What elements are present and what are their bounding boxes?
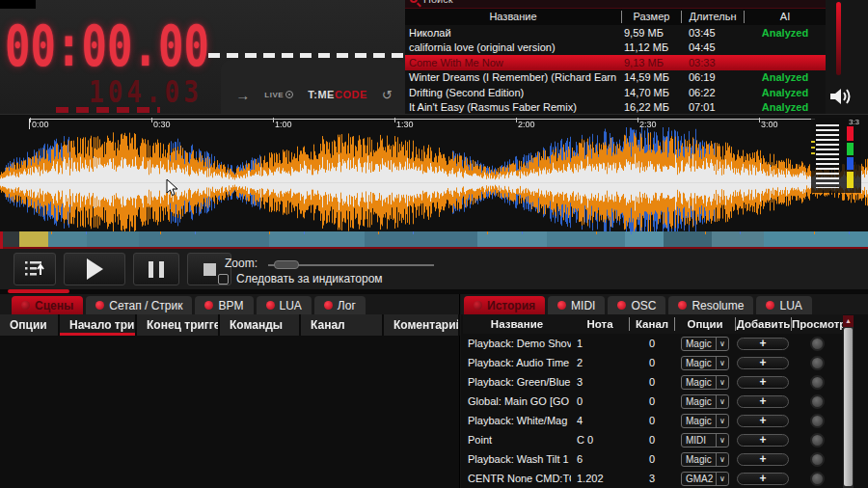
waveform-display[interactable]: 0:000:301:001:302:002:303:00 3:3 [0, 114, 868, 231]
column-label: Название [489, 11, 536, 22]
playlist-load-button[interactable] [14, 253, 56, 285]
zoom-slider-thumb[interactable] [274, 260, 299, 269]
add-trigger-button[interactable]: + [737, 376, 789, 389]
preview-toggle[interactable] [810, 337, 825, 351]
left-table-column-header[interactable]: Опции [0, 314, 60, 336]
left-table-column-header[interactable]: Команды [220, 314, 301, 336]
pause-button[interactable] [133, 253, 179, 285]
tab-label: OSC [631, 299, 656, 312]
playlist-column-header[interactable]: Название [405, 11, 621, 23]
playlist-track-row[interactable]: It Ain't Easy (Rasmus Faber Remix) 16,22… [405, 100, 826, 116]
right-panel-tab[interactable]: OSC [608, 296, 665, 314]
left-table-column-header[interactable]: Коментарий [384, 314, 460, 336]
ruler-time-label: 2:30 [639, 120, 657, 129]
trigger-name: Global: Main GO [GO [463, 395, 571, 407]
add-trigger-button[interactable]: + [737, 415, 789, 427]
playlist-column-header[interactable]: AI [745, 11, 826, 23]
left-table-column-header[interactable]: Канал [301, 314, 384, 336]
chevron-down-icon: ∨ [716, 453, 728, 466]
left-table-column-header[interactable]: Конец тригге [137, 314, 220, 336]
trigger-option-dropdown[interactable]: Magic ∨ [681, 375, 729, 390]
timecode-clock: 00:00.00 [5, 14, 209, 78]
meter-yellow-marks [811, 141, 815, 157]
right-panel-scrollbar[interactable]: ▲ [843, 315, 854, 488]
preview-toggle[interactable] [810, 472, 825, 486]
trigger-option-dropdown[interactable]: MIDI ∨ [681, 433, 729, 447]
tab-status-dot-icon [474, 301, 482, 310]
zoom-label: Zoom: [225, 257, 258, 270]
follow-indicator-checkbox[interactable] [218, 274, 229, 285]
scrollbar-thumb[interactable] [844, 328, 853, 486]
pause-icon [149, 261, 153, 278]
speaker-icon[interactable] [828, 85, 854, 112]
live-indicator[interactable]: LIVE [264, 91, 293, 99]
playlist-track-row[interactable]: Drifting (Second Edition) 14,70 МБ 06:22… [405, 85, 826, 100]
zoom-slider[interactable] [268, 259, 434, 271]
add-trigger-button[interactable]: + [737, 434, 789, 447]
trigger-name: Playback: Wash Tilt 1 [463, 453, 571, 465]
arrow-right-icon[interactable]: → [235, 87, 250, 103]
trigger-option-dropdown[interactable]: Magic ∨ [681, 414, 729, 428]
waveform-canvas[interactable] [0, 127, 868, 232]
preview-toggle[interactable] [810, 375, 825, 390]
right-table-column-header[interactable]: Нота [571, 317, 629, 331]
trigger-option-dropdown[interactable]: Magic ∨ [681, 337, 729, 351]
playlist-track-row[interactable]: Come With Me Now 9,13 МБ 03:33 [405, 55, 826, 70]
add-trigger-button[interactable]: + [737, 473, 789, 485]
trigger-option-dropdown[interactable]: Magic ∨ [681, 452, 729, 467]
preview-toggle[interactable] [810, 452, 825, 467]
add-trigger-button[interactable]: + [737, 357, 789, 369]
preview-toggle[interactable] [810, 356, 825, 370]
add-trigger-button[interactable]: + [737, 453, 789, 466]
trigger-row: Playback: White/Mag 4 0 Magic ∨ + [463, 411, 843, 430]
trigger-row: Playback: Green/Blue 3 0 Magic ∨ + [463, 372, 843, 392]
column-label: Длительн [690, 11, 737, 22]
trigger-option-dropdown[interactable]: GMA2 ∨ [681, 472, 729, 486]
trigger-option-dropdown[interactable]: Magic ∨ [681, 394, 729, 409]
right-panel-tab[interactable]: LUA [756, 296, 811, 314]
trigger-channel: 0 [629, 357, 675, 368]
preview-toggle[interactable] [810, 394, 825, 409]
dropdown-value: Magic [682, 339, 716, 349]
column-label: Коментарий [393, 318, 460, 332]
chevron-down-icon: ∨ [716, 395, 728, 408]
loop-icon[interactable]: ↺ [382, 88, 393, 102]
track-ai-status: Analyzed [745, 87, 826, 98]
left-panel-tab[interactable]: Сцены [12, 296, 83, 314]
playlist-track-row[interactable]: Николай 9,59 МБ 03:45 Analyzed [405, 25, 826, 41]
left-table-column-header[interactable]: Начало трип [60, 314, 137, 336]
trigger-row: Playback: Demo Shov 1 0 Magic ∨ + [463, 334, 843, 353]
left-panel-tab[interactable]: BPM [195, 296, 253, 314]
live-dot-icon [285, 91, 293, 98]
right-panel-tab[interactable]: Resolume [668, 296, 753, 314]
playlist-scrollbar[interactable] [836, 2, 841, 75]
trigger-row: Playback: Audio Time 2 0 Magic ∨ + [463, 353, 843, 372]
left-panel-tab[interactable]: LUA [257, 296, 312, 314]
playlist-track-row[interactable]: Winter Dreams (I Remember) (Richard Earn… [405, 70, 826, 86]
left-panel-tab[interactable]: Лог [314, 296, 366, 314]
playlist-column-header[interactable]: Размер [621, 11, 681, 23]
right-panel-tab[interactable]: История [464, 296, 545, 314]
right-table-column-header[interactable]: Опции [675, 317, 735, 331]
scrollbar-up-arrow-icon[interactable]: ▲ [843, 315, 854, 327]
right-table-column-header[interactable]: Канал [629, 317, 675, 331]
add-trigger-button[interactable]: + [737, 395, 789, 408]
trigger-name: Playback: White/Mag [463, 415, 571, 426]
track-size: 14,59 МБ [621, 71, 681, 83]
play-button[interactable] [64, 253, 125, 285]
preview-toggle[interactable] [810, 414, 825, 428]
playlist-column-header[interactable]: Длительн [681, 11, 745, 23]
right-table-column-header[interactable]: Добавить [735, 317, 791, 331]
left-panel-tab[interactable]: Сетап / Стрик [86, 296, 192, 314]
playlist-search-bar[interactable]: Поиск [405, 0, 826, 9]
right-table-column-header[interactable]: Просмотр [791, 317, 843, 331]
column-label: Опции [687, 318, 722, 330]
dropdown-value: Magic [682, 377, 716, 388]
column-label: Конец тригге [147, 318, 220, 332]
preview-toggle[interactable] [810, 433, 825, 447]
playlist-track-row[interactable]: california love (original version) 11,12… [405, 41, 826, 56]
trigger-option-dropdown[interactable]: Magic ∨ [681, 356, 729, 370]
right-panel-tab[interactable]: MIDI [548, 296, 605, 314]
add-trigger-button[interactable]: + [737, 338, 789, 350]
right-table-column-header[interactable]: Название [463, 317, 571, 331]
